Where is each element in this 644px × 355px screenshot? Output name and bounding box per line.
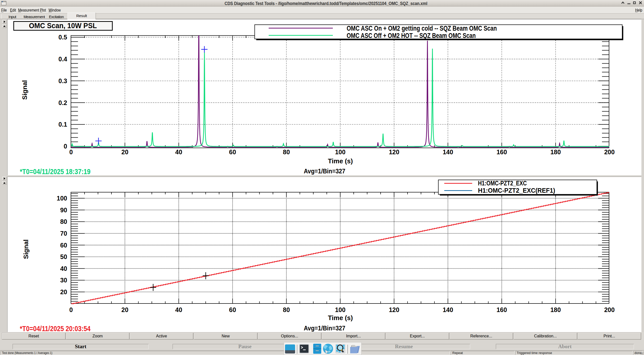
- svg-text:80: 80: [60, 218, 67, 225]
- svg-text:OMC Scan, 10W PSL: OMC Scan, 10W PSL: [29, 21, 97, 30]
- svg-text:20: 20: [122, 306, 129, 313]
- svg-text:60: 60: [229, 306, 236, 313]
- svg-text:*T0=04/11/2025 20:03:54: *T0=04/11/2025 20:03:54: [20, 324, 91, 333]
- svg-text:0: 0: [69, 306, 73, 313]
- svg-text:Time (s): Time (s): [328, 314, 353, 322]
- svg-text:0.4: 0.4: [58, 56, 67, 63]
- svg-text:120: 120: [389, 306, 399, 313]
- svg-text:Signal: Signal: [22, 239, 30, 259]
- svg-text:140: 140: [443, 148, 453, 156]
- svg-text:OMC ASC On + OM2 getting cold: OMC ASC On + OM2 getting cold -- SQZ Bea…: [347, 25, 497, 32]
- svg-text:0.2: 0.2: [58, 99, 67, 106]
- svg-text:0: 0: [69, 148, 73, 156]
- svg-text:200: 200: [604, 148, 615, 156]
- svg-text:70: 70: [60, 230, 67, 237]
- svg-text:20: 20: [122, 148, 129, 156]
- svg-text:0.3: 0.3: [58, 77, 67, 84]
- svg-text:40: 40: [60, 265, 67, 272]
- svg-text:90: 90: [60, 207, 67, 214]
- svg-text:Avg=1/Bin=327: Avg=1/Bin=327: [304, 325, 345, 332]
- svg-text:Avg=1/Bin=327: Avg=1/Bin=327: [304, 168, 345, 175]
- svg-text:Signal: Signal: [21, 80, 28, 100]
- svg-text:*T0=04/11/2025 18:37:19: *T0=04/11/2025 18:37:19: [20, 167, 91, 176]
- svg-text:60: 60: [229, 148, 236, 156]
- svg-text:40: 40: [175, 148, 182, 156]
- svg-text:Time (s): Time (s): [328, 157, 353, 165]
- svg-text:100: 100: [57, 195, 67, 202]
- svg-text:0.5: 0.5: [58, 34, 67, 41]
- svg-text:120: 120: [389, 148, 399, 156]
- svg-text:H1:OMC-PZT2_EXC(REF1): H1:OMC-PZT2_EXC(REF1): [478, 187, 555, 194]
- svg-text:180: 180: [550, 306, 561, 313]
- svg-text:60: 60: [60, 242, 67, 249]
- svg-text:180: 180: [550, 148, 561, 156]
- svg-text:30: 30: [60, 277, 67, 284]
- svg-text:0.1: 0.1: [58, 121, 67, 128]
- svg-text:200: 200: [604, 306, 615, 313]
- svg-text:80: 80: [283, 306, 290, 313]
- svg-text:OMC ASC Off + OM2 HOT -- SQZ B: OMC ASC Off + OM2 HOT -- SQZ Beam OMC Sc…: [347, 32, 476, 39]
- svg-text:80: 80: [283, 148, 290, 156]
- svg-text:40: 40: [175, 306, 182, 313]
- svg-text:50: 50: [60, 253, 67, 260]
- svg-text:160: 160: [497, 306, 507, 313]
- svg-text:100: 100: [335, 306, 346, 313]
- svg-text:140: 140: [443, 306, 453, 313]
- svg-text:20: 20: [60, 288, 67, 295]
- svg-text:0: 0: [64, 143, 67, 150]
- svg-text:160: 160: [497, 148, 507, 156]
- svg-text:100: 100: [335, 148, 346, 156]
- svg-text:H1:OMC-PZT2_EXC: H1:OMC-PZT2_EXC: [478, 180, 527, 187]
